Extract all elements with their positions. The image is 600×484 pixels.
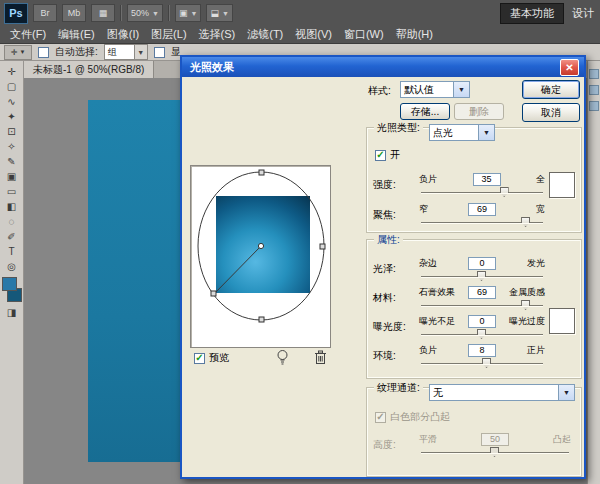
light-handle-radius[interactable] [211,291,216,296]
zoom-tool[interactable]: ◎ [2,259,22,274]
texture-channel-select[interactable]: 无 ▼ [429,384,575,401]
menu-window[interactable]: 窗口(W) [338,27,390,42]
preview-checkbox-row[interactable]: ✓ 预览 [194,351,229,365]
focus-value[interactable]: 69 [468,203,496,216]
slider-exposure: 曝光度: 曝光不足 0 曝光过度 [373,314,545,339]
menu-filter[interactable]: 滤镜(T) [241,27,289,42]
close-icon[interactable]: ✕ [560,59,579,76]
lasso-tool[interactable]: ∿ [2,94,22,109]
material-slider[interactable] [419,300,545,310]
white-is-high-checkbox: ✓ [375,412,386,423]
workspace-button-essentials[interactable]: 基本功能 [500,3,564,24]
chevron-down-icon: ▼ [453,82,469,97]
height-value: 50 [481,433,509,446]
slider-thumb[interactable] [477,271,486,281]
intensity-slider[interactable] [419,187,545,197]
exposure-slider[interactable] [419,329,545,339]
ambience-value[interactable]: 8 [468,344,496,357]
texture-group: 纹理通道: 无 ▼ ✓ 白色部分凸起 高度: 平滑 50 凸起 [366,387,582,477]
clone-stamp-tool[interactable]: ▣ [2,169,22,184]
save-button[interactable]: 存储... [400,103,450,120]
move-tool[interactable]: ✛ [2,64,22,79]
panel-icon[interactable] [589,69,599,79]
style-select[interactable]: 默认值 ▼ [400,81,470,98]
tool-panel: ✛▢∿✦⊡✧✎▣▭◧◌✐T◎ ◨ [0,61,24,484]
show-transform-checkbox[interactable] [154,47,165,58]
slider-height: 高度: 平滑 50 凸起 [373,432,571,457]
panel-icon[interactable] [589,85,599,95]
chevron-down-icon: ▼ [478,125,494,140]
slider-thumb[interactable] [500,187,509,197]
menu-edit[interactable]: 编辑(E) [52,27,101,42]
panel-dock[interactable] [587,61,600,484]
type-tool[interactable]: T [2,244,22,259]
blur-tool[interactable]: ◌ [2,214,22,229]
texture-caption: 纹理通道: [374,381,423,395]
document-tab[interactable]: 未标题-1 @ 50%(RGB/8) [24,61,154,78]
light-color-swatch[interactable] [549,172,575,198]
divider [120,5,122,21]
menu-layer[interactable]: 图层(L) [145,27,192,42]
menu-help[interactable]: 帮助(H) [390,27,439,42]
menu-image[interactable]: 图像(I) [101,27,145,42]
light-handle-top[interactable] [259,170,264,175]
intensity-value[interactable]: 35 [473,173,501,186]
ok-button[interactable]: 确定 [522,80,580,99]
menu-select[interactable]: 选择(S) [193,27,242,42]
workspace-button-design[interactable]: 设计 [572,6,594,21]
gradient-tool[interactable]: ◧ [2,199,22,214]
brush-tool[interactable]: ✎ [2,154,22,169]
foreground-color-swatch[interactable] [2,277,17,291]
slider-thumb[interactable] [482,358,491,368]
white-is-high-checkbox-row: ✓ 白色部分凸起 [375,410,450,424]
light-handle-right[interactable] [320,244,325,249]
panel-icon[interactable] [589,101,599,111]
slider-thumb[interactable] [521,300,530,310]
preview-checkbox[interactable]: ✓ [194,353,205,364]
material-value[interactable]: 69 [468,286,496,299]
slider-thumb[interactable] [521,217,530,227]
light-on-checkbox[interactable]: ✓ [375,150,386,161]
add-light-bulb-icon[interactable] [276,349,289,368]
view-extras-icon[interactable]: ▦ [91,4,115,22]
mini-bridge-icon[interactable]: Mb [62,4,86,22]
menu-file[interactable]: 文件(F) [4,27,52,42]
eyedropper-tool[interactable]: ✧ [2,139,22,154]
slider-ambience: 环境: 负片 8 正片 [373,343,545,368]
ambience-slider[interactable] [419,358,545,368]
ambient-color-swatch[interactable] [549,308,575,334]
arrange-documents-icon[interactable]: ▣ ▼ [175,4,201,22]
pen-tool[interactable]: ✐ [2,229,22,244]
slider-gloss: 光泽: 杂边 0 发光 [373,256,545,281]
quick-selection-tool[interactable]: ✦ [2,109,22,124]
focus-slider[interactable] [419,217,545,227]
light-handle-bottom[interactable] [259,317,264,322]
slider-material: 材料: 石膏效果 69 金属质感 [373,285,545,310]
slider-focus: 聚焦: 窄 69 宽 [373,202,545,227]
light-type-select[interactable]: 点光 ▼ [429,124,495,141]
exposure-value[interactable]: 0 [468,315,496,328]
dialog-titlebar[interactable]: 光照效果 ✕ [182,57,584,77]
auto-select-target-select[interactable]: 组 ▼ [104,44,148,60]
bridge-icon[interactable]: Br [33,4,57,22]
photoshop-logo: Ps [4,3,28,24]
light-on-checkbox-row[interactable]: ✓ 开 [375,148,400,162]
preview-panel[interactable] [190,165,331,348]
crop-tool[interactable]: ⊡ [2,124,22,139]
chevron-down-icon: ▼ [134,45,147,59]
auto-select-checkbox[interactable] [38,47,49,58]
marquee-tool[interactable]: ▢ [2,79,22,94]
light-center-handle[interactable] [258,243,263,248]
tool-preset-icon[interactable]: ✛ ▼ [4,45,32,60]
slider-thumb[interactable] [477,329,486,339]
gloss-value[interactable]: 0 [468,257,496,270]
quick-mask-icon[interactable]: ◨ [2,305,22,320]
delete-light-trash-icon[interactable] [314,350,327,367]
gloss-slider[interactable] [419,271,545,281]
cancel-button[interactable]: 取消 [522,103,580,122]
zoom-level-select[interactable]: 50% ▼ [127,4,163,22]
eraser-tool[interactable]: ▭ [2,184,22,199]
screen-mode-icon[interactable]: ⬓ ▼ [206,4,232,22]
properties-caption: 属性: [374,233,403,247]
menu-view[interactable]: 视图(V) [289,27,338,42]
